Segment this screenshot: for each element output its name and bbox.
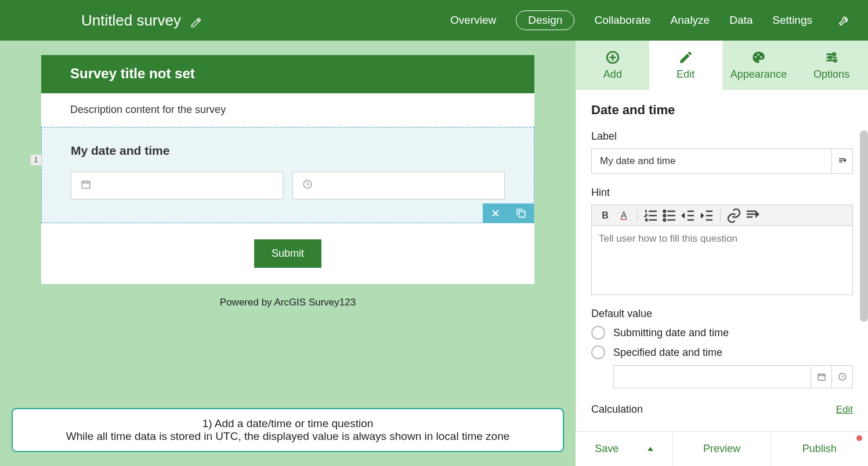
calculation-edit-link[interactable]: Edit [836, 404, 853, 416]
radio-specified[interactable] [591, 345, 605, 359]
time-input[interactable] [292, 172, 505, 199]
tools-icon[interactable] [838, 14, 851, 27]
question-datetime[interactable]: 1 My date and time [41, 127, 534, 223]
tab-edit[interactable]: Edit [649, 41, 722, 90]
question-actions [483, 203, 534, 223]
tab-add[interactable]: Add [576, 41, 649, 90]
scrollbar[interactable] [860, 130, 868, 322]
radio-specified-label: Specified date and time [613, 347, 722, 359]
question-label: My date and time [71, 144, 505, 158]
preview-button[interactable]: Preview [673, 432, 771, 466]
tab-edit-label: Edit [677, 68, 695, 81]
footer-actions: Save Preview Publish [576, 431, 868, 466]
tab-appearance-label: Appearance [730, 68, 787, 81]
svg-point-8 [829, 56, 831, 59]
survey-description[interactable]: Description content for the survey [41, 93, 534, 127]
expand-hint-button[interactable] [744, 207, 761, 224]
design-canvas: Survey title not set Description content… [0, 41, 576, 466]
tutorial-line1: 1) Add a date/time or time question [24, 417, 551, 430]
hint-textarea[interactable]: Tell user how to fill this question [591, 225, 853, 295]
numbered-list-button[interactable] [642, 207, 660, 224]
clock-icon [302, 179, 313, 192]
survey-card: Survey title not set Description content… [41, 55, 534, 284]
svg-point-4 [755, 56, 757, 58]
pencil-icon[interactable] [190, 14, 202, 26]
question-number: 1 [30, 154, 42, 166]
nav-settings[interactable]: Settings [772, 14, 812, 27]
delete-question-button[interactable] [483, 203, 508, 223]
tab-options-label: Options [813, 68, 849, 81]
svg-rect-2 [519, 212, 525, 217]
svg-rect-13 [818, 374, 825, 380]
outdent-button[interactable] [679, 207, 697, 224]
properties-panel: Add Edit Appearance Options Date and tim… [576, 41, 868, 466]
duplicate-question-button[interactable] [508, 203, 534, 223]
svg-point-12 [663, 219, 666, 221]
nav-collaborate[interactable]: Collaborate [594, 14, 650, 27]
date-input[interactable] [71, 172, 283, 199]
main-nav: Overview Design Collaborate Analyze Data… [450, 10, 851, 30]
powered-by: Powered by ArcGIS Survey123 [220, 297, 356, 308]
specified-time-button[interactable] [832, 365, 853, 388]
publish-button[interactable]: Publish [771, 432, 868, 466]
default-value-label: Default value [591, 308, 853, 320]
nav-design[interactable]: Design [516, 10, 574, 30]
panel-heading: Date and time [591, 103, 853, 118]
calendar-icon [81, 179, 91, 192]
tutorial-callout: 1) Add a date/time or time question Whil… [12, 408, 564, 452]
nav-overview[interactable]: Overview [450, 14, 496, 27]
submit-button[interactable]: Submit [254, 239, 321, 268]
unsaved-indicator-icon [856, 435, 862, 441]
caret-up-icon [648, 447, 653, 451]
svg-point-7 [833, 53, 835, 55]
calculation-label: Calculation [591, 403, 643, 416]
specified-value-input[interactable] [613, 365, 811, 388]
survey-header[interactable]: Survey title not set [41, 55, 534, 93]
expand-label-button[interactable] [832, 148, 853, 174]
font-color-button[interactable]: A [615, 207, 632, 224]
hint-field-label: Hint [591, 187, 853, 199]
tab-options[interactable]: Options [795, 41, 868, 90]
indent-button[interactable] [698, 207, 715, 224]
tab-add-label: Add [603, 68, 622, 81]
nav-data[interactable]: Data [729, 14, 753, 27]
bold-button[interactable]: B [596, 207, 614, 224]
label-input[interactable] [591, 148, 832, 174]
tutorial-line2: While all time data is stored in UTC, th… [24, 430, 551, 443]
radio-submitting[interactable] [591, 326, 605, 340]
label-field-label: Label [591, 130, 853, 143]
radio-submitting-label: Submitting date and time [613, 327, 729, 339]
svg-point-5 [758, 54, 760, 56]
survey-title[interactable]: Untitled survey [81, 12, 181, 30]
tab-appearance[interactable]: Appearance [722, 41, 795, 90]
link-button[interactable] [725, 207, 743, 224]
nav-analyze[interactable]: Analyze [671, 14, 710, 27]
specified-date-button[interactable] [811, 365, 832, 388]
svg-point-6 [761, 56, 762, 58]
svg-point-10 [663, 210, 666, 212]
save-button[interactable]: Save [576, 432, 673, 466]
svg-point-9 [834, 59, 836, 61]
top-bar: Untitled survey Overview Design Collabor… [0, 0, 868, 41]
panel-tabs: Add Edit Appearance Options [576, 41, 868, 90]
svg-point-11 [663, 214, 666, 217]
richtext-toolbar: B A [591, 205, 853, 225]
svg-rect-0 [82, 181, 90, 188]
bullet-list-button[interactable] [661, 207, 678, 224]
